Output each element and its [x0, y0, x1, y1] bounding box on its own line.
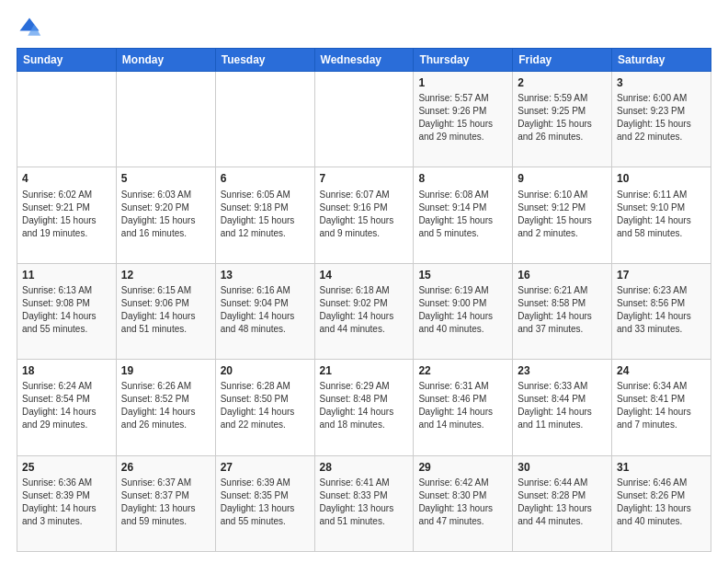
day-cell: 30Sunrise: 6:44 AMSunset: 8:28 PMDayligh… [513, 455, 612, 551]
day-info: Sunrise: 6:23 AMSunset: 8:56 PMDaylight:… [617, 284, 706, 336]
day-info: Sunrise: 6:44 AMSunset: 8:28 PMDaylight:… [518, 477, 607, 528]
day-cell: 6Sunrise: 6:05 AMSunset: 9:18 PMDaylight… [215, 167, 314, 263]
day-info: Sunrise: 6:37 AMSunset: 8:37 PMDaylight:… [121, 477, 210, 528]
logo [17, 15, 46, 40]
day-cell: 12Sunrise: 6:15 AMSunset: 9:06 PMDayligh… [116, 263, 215, 359]
day-cell: 31Sunrise: 6:46 AMSunset: 8:26 PMDayligh… [612, 455, 711, 551]
day-number: 12 [121, 268, 210, 282]
day-info: Sunrise: 6:36 AMSunset: 8:39 PMDaylight:… [22, 477, 111, 528]
logo-icon [17, 15, 42, 40]
day-cell: 24Sunrise: 6:34 AMSunset: 8:41 PMDayligh… [612, 360, 711, 455]
day-number: 28 [320, 460, 409, 475]
day-cell: 11Sunrise: 6:13 AMSunset: 9:08 PMDayligh… [17, 263, 117, 359]
day-info: Sunrise: 6:07 AMSunset: 9:16 PMDaylight:… [320, 189, 409, 240]
day-info: Sunrise: 6:46 AMSunset: 8:26 PMDaylight:… [617, 477, 706, 528]
day-cell: 13Sunrise: 6:16 AMSunset: 9:04 PMDayligh… [215, 263, 314, 359]
day-cell: 20Sunrise: 6:28 AMSunset: 8:50 PMDayligh… [215, 360, 314, 455]
day-number: 14 [320, 268, 409, 282]
day-cell: 29Sunrise: 6:42 AMSunset: 8:30 PMDayligh… [414, 455, 513, 551]
day-cell [215, 72, 314, 167]
day-info: Sunrise: 6:03 AMSunset: 9:20 PMDaylight:… [121, 189, 210, 240]
day-number: 20 [221, 363, 310, 378]
page: SundayMondayTuesdayWednesdayThursdayFrid… [0, 0, 728, 563]
day-number: 2 [518, 75, 607, 90]
day-info: Sunrise: 6:33 AMSunset: 8:44 PMDaylight:… [518, 380, 607, 431]
day-cell: 2Sunrise: 5:59 AMSunset: 9:25 PMDaylight… [513, 72, 612, 167]
week-row-5: 25Sunrise: 6:36 AMSunset: 8:39 PMDayligh… [17, 455, 711, 551]
day-info: Sunrise: 6:21 AMSunset: 8:58 PMDaylight:… [518, 284, 607, 336]
day-info: Sunrise: 6:31 AMSunset: 8:46 PMDaylight:… [418, 380, 507, 431]
day-number: 4 [22, 171, 111, 186]
header-row: SundayMondayTuesdayWednesdayThursdayFrid… [17, 49, 711, 72]
day-number: 30 [518, 460, 607, 475]
day-number: 18 [22, 363, 111, 378]
day-cell: 3Sunrise: 6:00 AMSunset: 9:23 PMDaylight… [612, 72, 711, 167]
day-cell: 1Sunrise: 5:57 AMSunset: 9:26 PMDaylight… [414, 72, 513, 167]
day-info: Sunrise: 6:18 AMSunset: 9:02 PMDaylight:… [320, 284, 409, 336]
day-info: Sunrise: 6:34 AMSunset: 8:41 PMDaylight:… [617, 380, 706, 431]
day-cell: 4Sunrise: 6:02 AMSunset: 9:21 PMDaylight… [17, 167, 117, 263]
day-number: 31 [617, 460, 706, 475]
day-number: 25 [22, 460, 111, 475]
day-number: 1 [418, 75, 507, 90]
day-cell: 25Sunrise: 6:36 AMSunset: 8:39 PMDayligh… [17, 455, 117, 551]
col-header-monday: Monday [116, 49, 215, 72]
day-cell: 15Sunrise: 6:19 AMSunset: 9:00 PMDayligh… [414, 263, 513, 359]
day-cell: 8Sunrise: 6:08 AMSunset: 9:14 PMDaylight… [414, 167, 513, 263]
calendar-table: SundayMondayTuesdayWednesdayThursdayFrid… [17, 48, 711, 552]
day-cell: 28Sunrise: 6:41 AMSunset: 8:33 PMDayligh… [314, 455, 414, 551]
day-cell [314, 72, 414, 167]
day-cell: 26Sunrise: 6:37 AMSunset: 8:37 PMDayligh… [116, 455, 215, 551]
day-number: 3 [617, 75, 706, 90]
day-cell [17, 72, 117, 167]
day-cell: 27Sunrise: 6:39 AMSunset: 8:35 PMDayligh… [215, 455, 314, 551]
day-info: Sunrise: 5:59 AMSunset: 9:25 PMDaylight:… [518, 92, 607, 144]
day-number: 29 [418, 460, 507, 475]
week-row-1: 1Sunrise: 5:57 AMSunset: 9:26 PMDaylight… [17, 72, 711, 167]
day-number: 10 [617, 171, 706, 186]
col-header-sunday: Sunday [17, 49, 117, 72]
day-info: Sunrise: 6:08 AMSunset: 9:14 PMDaylight:… [418, 189, 507, 240]
day-cell: 9Sunrise: 6:10 AMSunset: 9:12 PMDaylight… [513, 167, 612, 263]
day-info: Sunrise: 6:28 AMSunset: 8:50 PMDaylight:… [221, 380, 310, 431]
day-number: 15 [418, 268, 507, 282]
day-info: Sunrise: 6:19 AMSunset: 9:00 PMDaylight:… [418, 284, 507, 336]
day-cell: 21Sunrise: 6:29 AMSunset: 8:48 PMDayligh… [314, 360, 414, 455]
day-number: 22 [418, 363, 507, 378]
day-cell: 22Sunrise: 6:31 AMSunset: 8:46 PMDayligh… [414, 360, 513, 455]
day-number: 19 [121, 363, 210, 378]
day-info: Sunrise: 6:13 AMSunset: 9:08 PMDaylight:… [22, 284, 111, 336]
day-info: Sunrise: 6:10 AMSunset: 9:12 PMDaylight:… [518, 189, 607, 240]
day-info: Sunrise: 5:57 AMSunset: 9:26 PMDaylight:… [418, 92, 507, 144]
day-cell: 17Sunrise: 6:23 AMSunset: 8:56 PMDayligh… [612, 263, 711, 359]
col-header-friday: Friday [513, 49, 612, 72]
day-cell: 16Sunrise: 6:21 AMSunset: 8:58 PMDayligh… [513, 263, 612, 359]
day-number: 21 [320, 363, 409, 378]
day-number: 11 [22, 268, 111, 282]
day-cell: 7Sunrise: 6:07 AMSunset: 9:16 PMDaylight… [314, 167, 414, 263]
week-row-3: 11Sunrise: 6:13 AMSunset: 9:08 PMDayligh… [17, 263, 711, 359]
day-number: 8 [418, 171, 507, 186]
day-number: 23 [518, 363, 607, 378]
week-row-2: 4Sunrise: 6:02 AMSunset: 9:21 PMDaylight… [17, 167, 711, 263]
col-header-wednesday: Wednesday [314, 49, 414, 72]
day-info: Sunrise: 6:00 AMSunset: 9:23 PMDaylight:… [617, 92, 706, 144]
day-number: 7 [320, 171, 409, 186]
day-cell: 5Sunrise: 6:03 AMSunset: 9:20 PMDaylight… [116, 167, 215, 263]
day-info: Sunrise: 6:42 AMSunset: 8:30 PMDaylight:… [418, 477, 507, 528]
day-info: Sunrise: 6:41 AMSunset: 8:33 PMDaylight:… [320, 477, 409, 528]
day-cell: 10Sunrise: 6:11 AMSunset: 9:10 PMDayligh… [612, 167, 711, 263]
day-number: 27 [221, 460, 310, 475]
day-info: Sunrise: 6:16 AMSunset: 9:04 PMDaylight:… [221, 284, 310, 336]
day-info: Sunrise: 6:05 AMSunset: 9:18 PMDaylight:… [221, 189, 310, 240]
day-info: Sunrise: 6:11 AMSunset: 9:10 PMDaylight:… [617, 189, 706, 240]
day-number: 26 [121, 460, 210, 475]
week-row-4: 18Sunrise: 6:24 AMSunset: 8:54 PMDayligh… [17, 360, 711, 455]
col-header-saturday: Saturday [612, 49, 711, 72]
day-info: Sunrise: 6:39 AMSunset: 8:35 PMDaylight:… [221, 477, 310, 528]
day-info: Sunrise: 6:29 AMSunset: 8:48 PMDaylight:… [320, 380, 409, 431]
day-info: Sunrise: 6:15 AMSunset: 9:06 PMDaylight:… [121, 284, 210, 336]
day-cell: 14Sunrise: 6:18 AMSunset: 9:02 PMDayligh… [314, 263, 414, 359]
day-info: Sunrise: 6:02 AMSunset: 9:21 PMDaylight:… [22, 189, 111, 240]
day-number: 5 [121, 171, 210, 186]
